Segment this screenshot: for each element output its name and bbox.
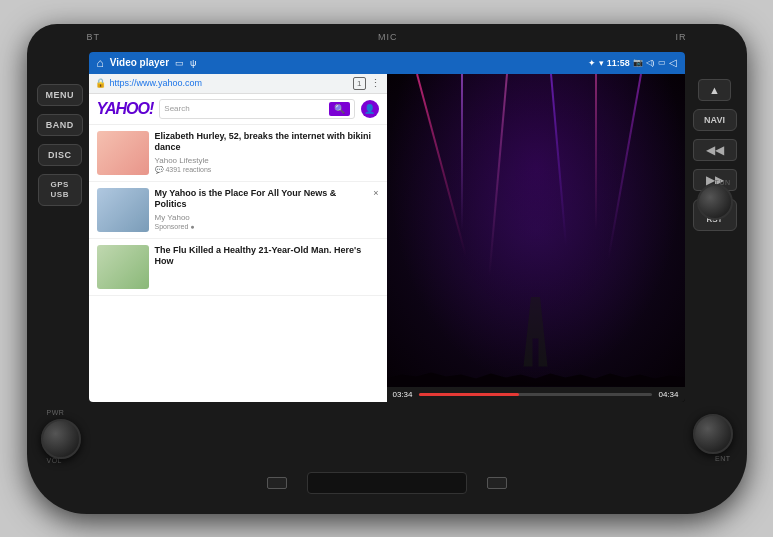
news-thumb-3	[97, 245, 149, 289]
home-icon[interactable]: ⌂	[97, 56, 104, 70]
ent-label: ENT	[715, 455, 731, 462]
news-source-2: My Yahoo	[155, 213, 368, 222]
video-time-total: 04:34	[658, 390, 678, 399]
mic-label: MIC	[378, 32, 398, 42]
navi-button[interactable]: NAVI	[693, 109, 737, 131]
tab-count[interactable]: 1	[353, 77, 365, 90]
video-progress-fill	[419, 393, 520, 396]
status-bar: ⌂ Video player ▭ ψ ✦ ▾ 11:58 📷 ◁) ▭ ◁	[89, 52, 685, 74]
performer	[521, 297, 551, 367]
news-thumb-1	[97, 131, 149, 175]
video-panel: 03:34 04:34	[387, 74, 685, 402]
screen: ⌂ Video player ▭ ψ ✦ ▾ 11:58 📷 ◁) ▭ ◁	[89, 52, 685, 402]
screen-content: 🔒 https://www.yahoo.com 1 ⋮ YAHOO! Searc…	[89, 74, 685, 402]
news-thumb-2	[97, 188, 149, 232]
bt-label: BT	[87, 32, 101, 42]
ir-label: IR	[675, 32, 686, 42]
back-icon[interactable]: ◁	[669, 57, 677, 68]
browser-panel: 🔒 https://www.yahoo.com 1 ⋮ YAHOO! Searc…	[89, 74, 387, 402]
news-sponsored-2: Sponsored ●	[155, 223, 368, 230]
yahoo-logo: YAHOO!	[97, 100, 154, 118]
card-slot	[307, 472, 467, 494]
news-item-3: The Flu Killed a Healthy 21-Year-Old Man…	[89, 239, 387, 296]
usb-icon: ψ	[190, 58, 196, 68]
video-time-current: 03:34	[393, 390, 413, 399]
video-content	[387, 74, 685, 387]
search-button[interactable]: 🔍	[329, 102, 350, 116]
video-progress-bar[interactable]	[419, 393, 653, 396]
ent-knob[interactable]	[693, 414, 733, 454]
slot-indicator-right	[487, 477, 507, 489]
tune-knob[interactable]	[697, 184, 733, 220]
signal-icon: ▾	[599, 58, 604, 68]
news-text-1: Elizabeth Hurley, 52, breaks the interne…	[155, 131, 379, 174]
news-reactions-1: 💬 4391 reactions	[155, 166, 379, 174]
news-headline-1[interactable]: Elizabeth Hurley, 52, breaks the interne…	[155, 131, 379, 154]
time-display: 11:58	[607, 58, 630, 68]
app-title: Video player	[110, 57, 169, 68]
car-unit: BT MIC IR MENU BAND DISC GPSUSB ▲ NAVI ◀…	[27, 24, 747, 514]
gps-usb-button[interactable]: GPSUSB	[38, 174, 82, 207]
volume-knob[interactable]	[41, 419, 81, 459]
url-display[interactable]: https://www.yahoo.com	[110, 78, 350, 88]
yahoo-header: YAHOO! Search 🔍 👤	[89, 94, 387, 125]
band-button[interactable]: BAND	[37, 114, 83, 136]
top-bar: BT MIC IR	[27, 32, 747, 42]
statusbar-right: ✦ ▾ 11:58 📷 ◁) ▭ ◁	[588, 57, 677, 68]
user-avatar[interactable]: 👤	[361, 100, 379, 118]
camera-icon: 📷	[633, 58, 643, 67]
prev-button[interactable]: ◀◀	[693, 139, 737, 161]
news-item-2: My Yahoo is the Place For All Your News …	[89, 182, 387, 239]
news-text-2: My Yahoo is the Place For All Your News …	[155, 188, 368, 230]
bluetooth-icon: ✦	[588, 58, 596, 68]
statusbar-left: ⌂ Video player ▭ ψ	[97, 56, 197, 70]
search-box: Search 🔍	[159, 99, 354, 119]
window-icon: ▭	[658, 58, 666, 67]
browser-menu[interactable]: ⋮	[370, 77, 381, 90]
news-headline-3[interactable]: The Flu Killed a Healthy 21-Year-Old Man…	[155, 245, 379, 268]
left-panel: MENU BAND DISC GPSUSB	[37, 84, 84, 207]
performer-silhouette	[521, 297, 551, 367]
menu-button[interactable]: MENU	[37, 84, 84, 106]
slot-indicator-left	[267, 477, 287, 489]
eject-button[interactable]: ▲	[698, 79, 731, 101]
news-source-1: Yahoo Lifestyle	[155, 156, 379, 165]
news-text-3: The Flu Killed a Healthy 21-Year-Old Man…	[155, 245, 379, 268]
disc-button[interactable]: DISC	[38, 144, 82, 166]
search-placeholder[interactable]: Search	[164, 104, 328, 113]
video-controls: 03:34 04:34	[387, 387, 685, 402]
cast-icon: ▭	[175, 58, 184, 68]
news-headline-2[interactable]: My Yahoo is the Place For All Your News …	[155, 188, 368, 211]
news-feed: Elizabeth Hurley, 52, breaks the interne…	[89, 125, 387, 402]
sponsored-label: Sponsored ●	[155, 223, 195, 230]
bottom-area	[89, 472, 685, 494]
volume-icon: ◁)	[646, 58, 655, 67]
news-item-1: Elizabeth Hurley, 52, breaks the interne…	[89, 125, 387, 182]
pwr-label: PWR	[47, 409, 65, 416]
address-bar: 🔒 https://www.yahoo.com 1 ⋮	[89, 74, 387, 94]
close-news-2[interactable]: ×	[373, 188, 378, 198]
lock-icon: 🔒	[95, 78, 106, 88]
